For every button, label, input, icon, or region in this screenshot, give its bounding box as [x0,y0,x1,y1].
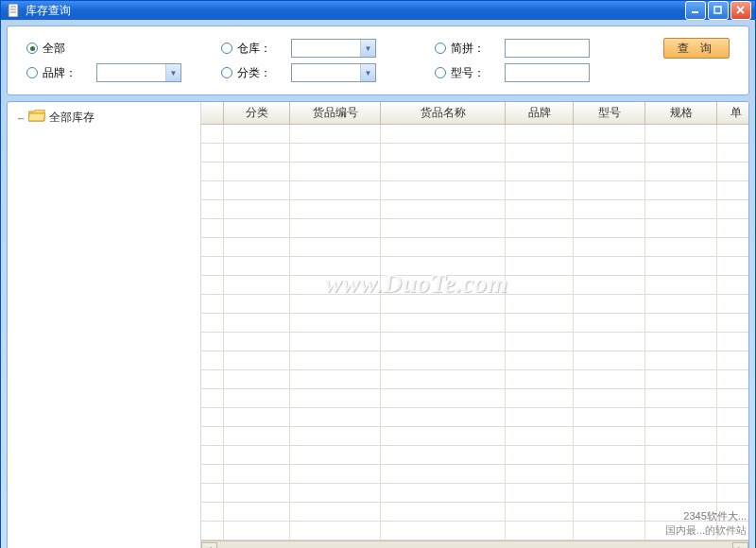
close-button[interactable] [730,1,751,20]
horizontal-scrollbar[interactable]: ◄ ► [201,540,748,548]
table-row[interactable] [201,522,748,540]
table-cell [574,181,645,199]
radio-all[interactable]: 全部 [26,41,91,57]
tree-root-node[interactable]: ······ 全部库存 [17,110,200,126]
table-cell [201,181,224,199]
scroll-track[interactable] [217,542,732,549]
table-cell [381,295,506,313]
table-cell [290,446,381,464]
table-cell [290,484,381,502]
maximize-button[interactable] [708,1,729,20]
table-row[interactable] [201,314,748,333]
table-cell [506,465,574,483]
table-row[interactable] [201,351,748,370]
table-cell [290,333,381,351]
table-row[interactable] [201,446,748,465]
table-cell [290,389,381,407]
radio-model-label: 型号： [451,65,485,81]
radio-category[interactable]: 分类： [221,65,285,81]
column-header-7[interactable]: 单 [717,102,748,124]
column-header-3[interactable]: 货品名称 [381,102,506,124]
radio-brand[interactable]: 品牌： [26,65,91,81]
table-cell [506,503,574,521]
table-cell [506,351,574,369]
grid-body[interactable]: www.DuoTe.com 2345软件大... 国内最...的软件站 [201,125,748,540]
column-header-2[interactable]: 货品编号 [290,102,381,124]
table-cell [506,446,574,464]
table-row[interactable] [201,465,748,484]
table-cell [645,181,717,199]
table-row[interactable] [201,238,748,257]
table-cell [717,276,748,294]
column-header-4[interactable]: 品牌 [506,102,574,124]
table-cell [381,200,506,218]
column-header-1[interactable]: 分类 [224,102,290,124]
table-cell [574,295,645,313]
radio-pinyin[interactable]: 简拼： [435,41,499,57]
query-button[interactable]: 查 询 [663,38,730,59]
table-row[interactable] [201,484,748,503]
brand-combo[interactable]: ▼ [96,63,181,82]
table-cell [381,219,506,237]
table-row[interactable] [201,144,748,163]
table-cell [574,427,645,445]
table-cell [381,427,506,445]
table-cell [224,333,290,351]
column-header-6[interactable]: 规格 [645,102,717,124]
table-cell [574,446,645,464]
table-row[interactable] [201,427,748,446]
table-row[interactable] [201,333,748,351]
category-combo[interactable]: ▼ [291,63,376,82]
radio-all-label: 全部 [43,41,65,57]
scroll-right-button[interactable]: ► [732,542,748,549]
table-cell [290,351,381,369]
table-cell [224,181,290,199]
table-row[interactable] [201,408,748,427]
radio-warehouse[interactable]: 仓库： [221,41,285,57]
table-cell [574,314,645,332]
table-row[interactable] [201,219,748,238]
table-cell [717,238,748,256]
table-row[interactable] [201,125,748,144]
table-cell [224,314,290,332]
table-cell [574,333,645,351]
table-cell [381,370,506,388]
table-row[interactable] [201,295,748,314]
table-cell [201,257,224,275]
table-cell [717,446,748,464]
table-cell [506,295,574,313]
warehouse-combo[interactable]: ▼ [291,39,376,58]
scroll-left-button[interactable]: ◄ [201,542,217,549]
table-row[interactable] [201,181,748,200]
pinyin-input[interactable] [505,39,590,58]
table-cell [290,276,381,294]
column-header-0[interactable] [201,102,224,124]
minimize-button[interactable] [685,1,706,20]
table-row[interactable] [201,163,748,181]
table-cell [645,125,717,143]
model-input[interactable] [505,63,590,82]
table-row[interactable] [201,370,748,389]
column-header-5[interactable]: 型号 [574,102,645,124]
table-cell [201,465,224,483]
table-row[interactable] [201,257,748,276]
table-cell [574,389,645,407]
table-cell [645,465,717,483]
table-row[interactable] [201,200,748,219]
radio-model[interactable]: 型号： [435,65,499,81]
table-cell [290,125,381,143]
table-row[interactable] [201,276,748,295]
chevron-down-icon: ▼ [165,64,180,81]
table-cell [574,484,645,502]
chevron-down-icon: ▼ [360,40,375,57]
table-row[interactable] [201,389,748,408]
chevron-down-icon: ▼ [360,64,375,81]
table-cell [201,219,224,237]
table-cell [506,125,574,143]
table-cell [645,144,717,162]
titlebar[interactable]: 库存查询 [1,1,755,20]
table-cell [224,200,290,218]
table-cell [224,522,290,539]
table-row[interactable] [201,503,748,522]
table-cell [290,465,381,483]
